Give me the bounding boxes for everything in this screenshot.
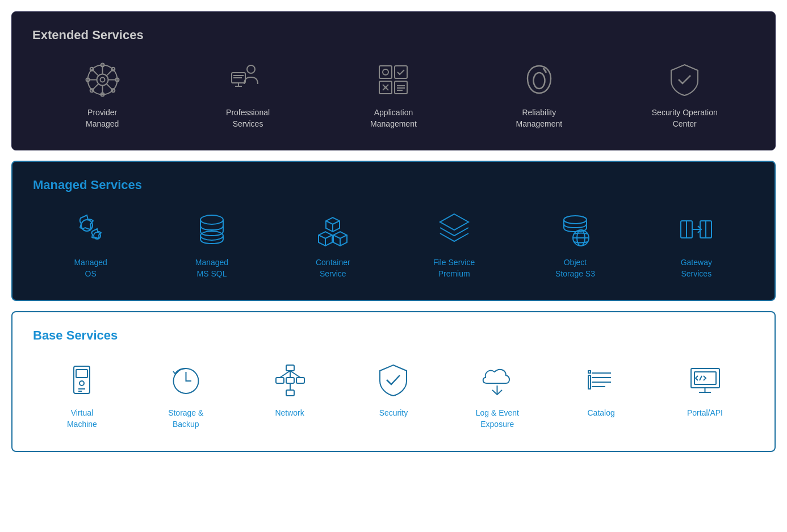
extended-services-title: Extended Services xyxy=(32,28,755,43)
item-catalog-label: Catalog xyxy=(588,408,615,419)
layers-icon xyxy=(434,210,474,249)
clock-backup-icon xyxy=(166,360,206,400)
item-provider-managed[interactable]: ProviderManaged xyxy=(57,60,148,129)
svg-point-52 xyxy=(79,381,84,386)
item-catalog[interactable]: Catalog xyxy=(556,360,647,419)
svg-rect-51 xyxy=(76,370,87,378)
monitor-code-icon xyxy=(685,360,725,400)
base-services-title: Base Services xyxy=(33,328,754,343)
svg-point-41 xyxy=(564,216,587,224)
svg-rect-26 xyxy=(379,66,392,78)
managed-services-items: ManagedOS ManagedMS SQL xyxy=(33,210,754,279)
item-professional-services[interactable]: ProfessionalServices xyxy=(203,60,294,129)
svg-rect-70 xyxy=(588,371,591,373)
item-container-service-label: ContainerService xyxy=(316,257,350,279)
app-grid-icon xyxy=(374,60,413,99)
item-network-label: Network xyxy=(275,408,304,419)
item-object-storage-s3-label: ObjectStorage S3 xyxy=(555,257,595,279)
item-storage-backup[interactable]: Storage &Backup xyxy=(140,360,231,430)
item-security-operation-center-label: Security OperationCenter xyxy=(652,107,718,129)
item-file-service-premium-label: File ServicePremium xyxy=(433,257,475,279)
item-security-operation-center[interactable]: Security OperationCenter xyxy=(639,60,730,129)
item-reliability-management[interactable]: ReliabilityManagement xyxy=(493,60,584,129)
svg-point-36 xyxy=(533,73,545,89)
carabiner-icon xyxy=(519,60,559,99)
item-managed-os[interactable]: ManagedOS xyxy=(45,210,136,279)
svg-line-74 xyxy=(700,376,702,380)
svg-rect-71 xyxy=(588,375,591,389)
cloud-download-icon xyxy=(478,360,517,400)
cubes-icon xyxy=(313,210,353,249)
item-application-management[interactable]: ApplicationManagement xyxy=(348,60,439,129)
item-log-event-exposure-label: Log & EventExposure xyxy=(476,408,519,430)
item-security-label: Security xyxy=(379,408,408,419)
svg-rect-60 xyxy=(286,390,294,396)
svg-rect-56 xyxy=(286,365,294,371)
item-network[interactable]: Network xyxy=(244,360,335,419)
helm-icon xyxy=(82,60,122,99)
item-portal-api-label: Portal/API xyxy=(687,408,723,419)
managed-services-section: Managed Services ManagedOS xyxy=(11,161,776,301)
svg-rect-27 xyxy=(395,66,407,78)
item-storage-backup-label: Storage &Backup xyxy=(168,408,203,430)
svg-point-0 xyxy=(97,74,108,85)
database-globe-icon xyxy=(555,210,595,249)
extended-services-items: ProviderManaged ProfessionalServices xyxy=(32,60,755,129)
item-portal-api[interactable]: Portal/API xyxy=(659,360,750,419)
gear-settings-icon xyxy=(71,210,111,249)
item-managed-ms-sql-label: ManagedMS SQL xyxy=(195,257,228,279)
base-services-section: Base Services VirtualMachine xyxy=(11,311,776,451)
database-icon xyxy=(192,210,232,249)
item-security[interactable]: Security xyxy=(348,360,439,419)
vm-icon xyxy=(62,360,102,400)
svg-rect-59 xyxy=(296,378,304,383)
extended-services-section: Extended Services xyxy=(11,11,776,150)
managed-services-title: Managed Services xyxy=(33,178,754,192)
item-gateway-services[interactable]: GatewayServices xyxy=(651,210,742,279)
person-board-icon xyxy=(228,60,268,99)
svg-line-63 xyxy=(290,371,300,378)
item-application-management-label: ApplicationManagement xyxy=(370,107,417,129)
item-log-event-exposure[interactable]: Log & EventExposure xyxy=(452,360,543,430)
item-gateway-services-label: GatewayServices xyxy=(681,257,712,279)
svg-point-1 xyxy=(100,77,104,82)
item-managed-ms-sql[interactable]: ManagedMS SQL xyxy=(166,210,257,279)
item-professional-services-label: ProfessionalServices xyxy=(226,107,270,129)
item-virtual-machine[interactable]: VirtualMachine xyxy=(36,360,127,430)
svg-point-30 xyxy=(383,69,388,75)
item-reliability-management-label: ReliabilityManagement xyxy=(516,107,563,129)
network-icon xyxy=(270,360,309,400)
gateway-icon xyxy=(676,210,716,249)
item-object-storage-s3[interactable]: ObjectStorage S3 xyxy=(530,210,621,279)
svg-point-19 xyxy=(247,65,255,73)
item-file-service-premium[interactable]: File ServicePremium xyxy=(409,210,500,279)
svg-rect-57 xyxy=(276,378,284,383)
svg-point-39 xyxy=(200,215,223,224)
item-managed-os-label: ManagedOS xyxy=(74,257,107,279)
list-icon xyxy=(581,360,621,400)
base-services-items: VirtualMachine Storage &Backup xyxy=(33,360,754,430)
item-virtual-machine-label: VirtualMachine xyxy=(67,408,97,430)
item-provider-managed-label: ProviderManaged xyxy=(86,107,119,129)
svg-rect-58 xyxy=(286,378,294,383)
svg-line-61 xyxy=(280,371,290,378)
item-container-service[interactable]: ContainerService xyxy=(287,210,378,279)
shield-check-blue-icon xyxy=(374,360,413,400)
shield-check-gray-icon xyxy=(665,60,705,99)
